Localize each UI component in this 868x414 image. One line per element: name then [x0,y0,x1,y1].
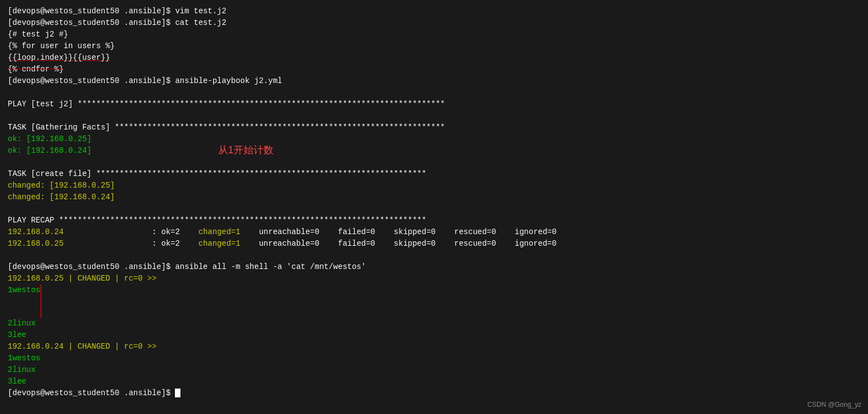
line-13: ok: [192.168.0.24]从1开始计数 [8,145,860,157]
line-27: 3lee [8,329,860,341]
line-23: [devops@westos_student50 .ansible]$ ansi… [8,261,860,273]
line-12: ok: [192.168.0.25] [8,133,860,145]
line-26: 2linux [8,318,860,329]
line-20: 192.168.0.24 : ok=2 changed=1 unreachabl… [8,226,860,238]
line-8 [8,87,860,99]
line-6: {% endfor %} [8,64,860,75]
line-31: 3lee [8,376,860,387]
line-15: TASK [create file] *********************… [8,168,860,180]
line-25: 1westos [8,284,860,318]
line-17: changed: [192.168.0.24] [8,192,860,203]
line-2: [devops@westos_student50 .ansible]$ cat … [8,17,860,29]
line-5: {{loop.index}}{{user}} [8,52,860,64]
line-16: changed: [192.168.0.25] [8,180,860,192]
line-28: 192.168.0.24 | CHANGED | rc=0 >> [8,341,860,353]
line-22 [8,250,860,261]
line-19: PLAY RECAP *****************************… [8,215,860,226]
line-9: PLAY [test j2] *************************… [8,99,860,110]
line-21: 192.168.0.25 : ok=2 changed=1 unreachabl… [8,238,860,250]
line-24: 192.168.0.25 | CHANGED | rc=0 >> [8,273,860,284]
terminal-window: [devops@westos_student50 .ansible]$ vim … [8,6,860,399]
line-32: [devops@westos_student50 .ansible]$ [8,387,860,399]
line-14 [8,157,860,168]
line-10 [8,110,860,122]
watermark: CSDN @Gong_yz [807,400,861,410]
annotation-text: 从1开始计数 [218,143,273,158]
line-30: 2linux [8,364,860,376]
line-1: [devops@westos_student50 .ansible]$ vim … [8,6,860,17]
line-7: [devops@westos_student50 .ansible]$ ansi… [8,75,860,87]
line-3: {# test j2 #} [8,29,860,40]
line-18 [8,203,860,215]
line-11: TASK [Gathering Facts] *****************… [8,122,860,133]
line-4: {% for user in users %} [8,40,860,52]
line-29: 1westos [8,353,860,364]
cursor-block [175,389,180,397]
